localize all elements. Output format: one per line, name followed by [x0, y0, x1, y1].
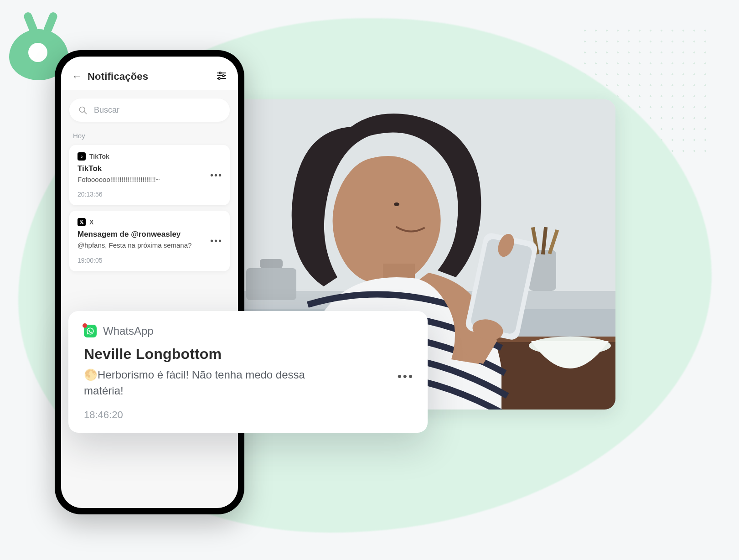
back-icon[interactable]: ←: [72, 72, 82, 82]
notification-body: 🌕Herborismo é fácil! Não tenha medo dess…: [84, 367, 339, 399]
app-name: WhatsApp: [103, 325, 154, 337]
notification-title: TikTok: [78, 164, 222, 173]
notification-title: Neville Longbottom: [84, 346, 412, 363]
section-label: Hoy: [73, 132, 226, 140]
svg-rect-6: [246, 268, 296, 300]
more-icon[interactable]: •••: [398, 369, 414, 384]
x-icon: 𝕏: [78, 218, 86, 226]
more-icon[interactable]: •••: [210, 170, 222, 181]
filter-icon[interactable]: [216, 70, 227, 83]
notification-card[interactable]: ♪ TikTok TikTok Fofoooooo!!!!!!!!!!!!!!!…: [69, 145, 230, 205]
highlight-notification-card[interactable]: WhatsApp Neville Longbottom 🌕Herborismo …: [68, 311, 428, 433]
svg-point-12: [394, 202, 399, 206]
svg-point-23: [218, 78, 220, 79]
page-title: Notificações: [88, 71, 211, 83]
notification-card[interactable]: 𝕏 X Mensagem de @ronweasley @hpfans, Fes…: [69, 211, 230, 271]
notification-time: 19:00:05: [78, 257, 222, 264]
svg-point-19: [219, 72, 221, 74]
tiktok-icon: ♪: [78, 152, 86, 161]
whatsapp-icon: [84, 325, 97, 337]
svg-line-25: [84, 111, 87, 114]
search-bar[interactable]: [69, 99, 230, 122]
notification-time: 20:13:56: [78, 191, 222, 198]
search-icon: [78, 106, 88, 115]
search-input[interactable]: [93, 105, 221, 115]
phone-screen: ← Notificações Hoy ♪ TikTok TikTok Fofoo…: [61, 57, 238, 508]
notification-time: 18:46:20: [84, 409, 412, 421]
svg-point-21: [222, 75, 224, 77]
notification-title: Mensagem de @ronweasley: [78, 230, 222, 239]
unread-badge-icon: [83, 323, 87, 328]
app-header: ← Notificações: [61, 57, 238, 90]
svg-rect-7: [260, 259, 283, 268]
phone-frame: ← Notificações Hoy ♪ TikTok TikTok Fofoo…: [55, 50, 244, 514]
notification-body: @hpfans, Festa na próxima semana?: [78, 241, 205, 250]
notification-body: Fofoooooo!!!!!!!!!!!!!!!!!!!!!!!!~: [78, 175, 205, 184]
app-name: TikTok: [89, 153, 109, 160]
app-name: X: [89, 218, 93, 226]
more-icon[interactable]: •••: [210, 236, 222, 246]
